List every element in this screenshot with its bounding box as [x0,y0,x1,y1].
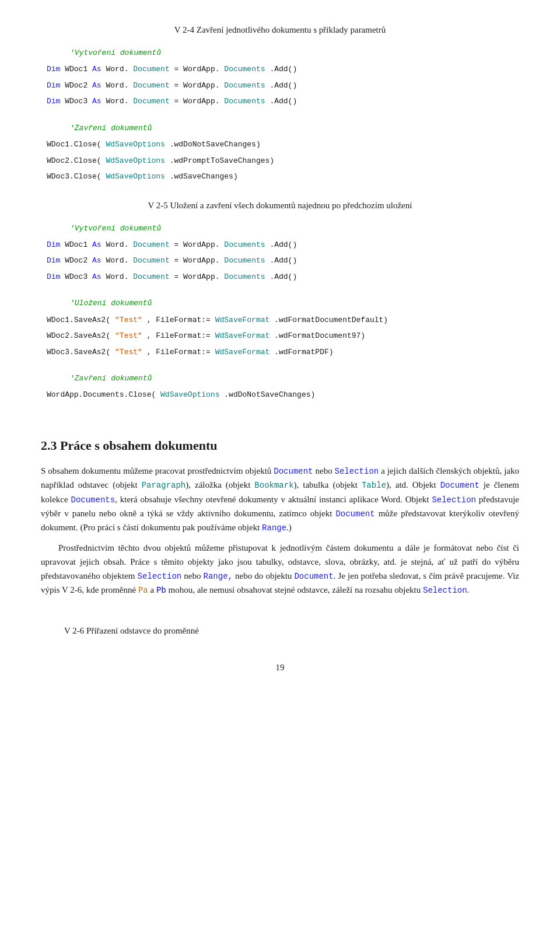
code-wdoc2-close: WDoc2.Close( WdSaveOptions .wdPromptToSa… [41,155,519,167]
body-para2-mid: nebo [181,571,203,580]
body-para1-nebo: nebo [313,466,335,475]
code-comment-ulozeni: 'Uložení dokumentů [41,298,519,309]
page-content: V 2-4 Zavření jednotlivého dokumentu s p… [41,23,519,674]
code-dim-wdoc3-1: Dim WDoc3 As Word. Document = WordApp. D… [41,96,519,107]
comment-zavreni-2-text: 'Zavření dokumentů [70,374,152,383]
code-comment-vytvoreni-1: 'Vytvoření dokumentů [41,47,519,59]
code-dim-wdoc2-2: Dim WDoc2 As Word. Document = WordApp. D… [41,255,519,267]
section-title-v25: V 2-5 Uložení a zavření všech dokumentů … [148,201,412,210]
body-para1-end3: , která obsahuje všechny otevřené dokume… [115,495,432,504]
inline-document-3: Document [335,509,374,519]
kw-documents-1: Documents [224,65,265,74]
page-number-text: 19 [276,663,285,672]
code-dim-wdoc1-2: Dim WDoc1 As Word. Document = WordApp. D… [41,239,519,251]
section-title-v24: V 2-4 Zavření jednotlivého dokumentu s p… [174,25,386,34]
code-wdoc1-close: WDoc1.Close( WdSaveOptions .wdDoNotSaveC… [41,139,519,151]
kw-as: As [92,65,102,74]
subsection-title-2-3: 2.3 Práce s obsahem dokumentu [41,436,519,456]
inline-document-2: Document [440,481,480,490]
inline-bookmark: Bookmark [254,481,293,490]
code-wdoc3-saveas: WDoc3.SaveAs2( "Test" , FileFormat:= WdS… [41,347,519,358]
inline-pb: Pb [156,586,166,595]
code-line-wdoc3: Dim WDoc3 As Word. Document = WordApp. D… [47,96,519,107]
body-para1-start: S obsahem dokumentu můžeme pracovat pros… [41,466,274,475]
body-para1-mid3: ), tabulka (objekt [294,480,362,489]
page-number: 19 [41,661,519,674]
code-line-wdoc2: Dim WDoc2 As Word. Document = WordApp. D… [47,80,519,92]
comment-text-1: 'Vytvoření dokumentů [70,48,161,57]
code-wdoc1-saveas: WDoc1.SaveAs2( "Test" , FileFormat:= WdS… [41,314,519,326]
body-para1-mid2: ), záložka (objekt [186,480,254,489]
code-wdoc2-saveas: WDoc2.SaveAs2( "Test" , FileFormat:= WdS… [41,330,519,342]
inline-paragraph: Paragraph [142,481,186,490]
body-para-1: S obsahem dokumentu můžeme pracovat pros… [41,464,519,535]
inline-document-1: Document [274,467,313,476]
code-comment-vytvoreni-2: 'Vytvoření dokumentů [41,223,519,235]
code-wordapp-close: WordApp.Documents.Close( WdSaveOptions .… [41,389,519,401]
body-para2-mid3: a [148,585,156,594]
body-para-2: Prostřednictvím těchto dvou objektů může… [41,541,519,597]
code-comment-zavreni-2: 'Zavření dokumentů [41,373,519,384]
kw-document-1: Document [133,65,169,74]
inline-documents: Documents [71,495,116,505]
kw-dim: Dim [47,65,60,74]
caption-v26-text: V 2-6 Přiřazení odstavce do proměnné [64,626,199,635]
code-dim-wdoc3-2: Dim WDoc3 As Word. Document = WordApp. D… [41,271,519,283]
inline-table: Table [362,481,386,490]
caption-v26: V 2-6 Přiřazení odstavce do proměnné [41,624,519,638]
section-heading-v25: V 2-5 Uložení a zavření všech dokumentů … [41,199,519,212]
comment-vytvoreni-2-text: 'Vytvoření dokumentů [70,224,161,233]
inline-document-4: Document [294,572,333,581]
inline-range-2: Range, [204,572,233,581]
subsection-title-text: 2.3 Práce s obsahem dokumentu [41,438,218,453]
body-para1-end6: .) [286,523,292,532]
comment-ulozeni-text: 'Uložení dokumentů [70,299,152,307]
body-para1-end: ), atd. Objekt [386,480,440,489]
code-wdoc3-close: WDoc3.Close( WdSaveOptions .wdSaveChange… [41,171,519,183]
inline-selection-1: Selection [335,467,379,476]
code-dim-wdoc1-1: Dim WDoc1 As Word. Document = WordApp. D… [41,64,519,75]
inline-pa: Pa [138,586,148,595]
inline-selection-3: Selection [138,572,182,581]
code-dim-wdoc2-1: Dim WDoc2 As Word. Document = WordApp. D… [41,80,519,92]
inline-range-1: Range [262,523,286,533]
body-para2-mid2: nebo do objektu [233,571,294,580]
inline-selection-4: Selection [423,586,467,595]
inline-selection-2: Selection [432,495,476,505]
body-para2-end2: mohou, ale nemusí obsahovat stejné odsta… [166,585,423,594]
code-comment-zavreni-1: 'Zavření dokumentů [41,123,519,134]
body-para2-end3: . [467,585,470,594]
code-line-wdoc1: Dim WDoc1 As Word. Document = WordApp. D… [47,64,519,75]
comment-zavreni-text: 'Zavření dokumentů [70,124,152,132]
section-heading-v24: V 2-4 Zavření jednotlivého dokumentu s p… [41,23,519,37]
